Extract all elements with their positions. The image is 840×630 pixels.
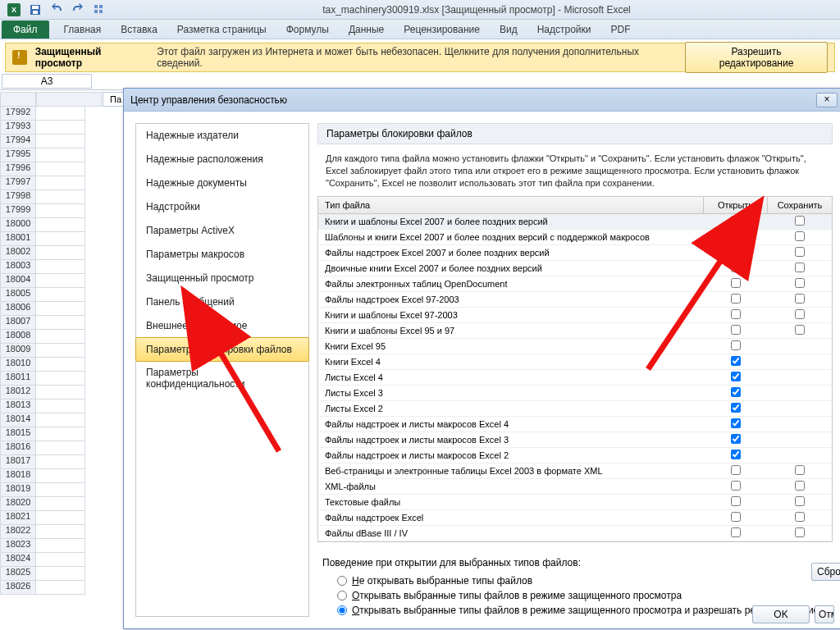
table-row[interactable]: Книги и шаблоны Excel 2007 и более поздн… (318, 214, 832, 230)
row-header[interactable]: 18001 (0, 232, 36, 246)
ok-button[interactable]: OK (752, 605, 810, 623)
cell[interactable] (36, 372, 85, 386)
open-checkbox[interactable] (731, 262, 741, 272)
nav-item[interactable]: Внешнее содержимое (136, 314, 308, 338)
cell[interactable] (36, 567, 85, 581)
tab-addins[interactable]: Надстройки (527, 21, 601, 39)
cell[interactable] (36, 483, 85, 497)
row-header[interactable]: 18002 (0, 246, 36, 260)
row-header[interactable]: 17999 (0, 204, 36, 218)
tab-view[interactable]: Вид (490, 21, 527, 39)
cell[interactable] (36, 274, 85, 288)
table-row[interactable]: Файлы надстроек и листы макросов Excel 2 (318, 448, 832, 463)
cell[interactable] (36, 427, 85, 441)
row-header[interactable]: 17994 (0, 135, 36, 148)
cell[interactable] (36, 246, 85, 260)
save-checkbox[interactable] (795, 481, 805, 491)
row-header[interactable]: 18015 (0, 427, 36, 441)
col-open[interactable]: Открыть (704, 197, 768, 213)
table-row[interactable]: Двоичные книги Excel 2007 и более поздни… (318, 261, 832, 276)
cell[interactable] (36, 469, 85, 483)
cell[interactable] (36, 441, 85, 455)
behavior-option[interactable]: Не открывать выбранные типы файлов (322, 573, 828, 588)
table-row[interactable]: Листы Excel 3 (318, 386, 832, 401)
select-all-corner[interactable] (0, 92, 36, 107)
open-checkbox[interactable] (731, 481, 741, 491)
cell[interactable] (36, 553, 85, 567)
enable-editing-button[interactable]: Разрешить редактирование (685, 42, 828, 73)
undo-icon[interactable] (48, 2, 66, 18)
tab-home[interactable]: Главная (54, 21, 112, 39)
open-checkbox[interactable] (731, 527, 741, 537)
open-checkbox[interactable] (731, 216, 741, 226)
table-row[interactable]: Книги Excel 95 (318, 339, 832, 354)
open-checkbox[interactable] (731, 465, 741, 475)
row-header[interactable]: 18005 (0, 288, 36, 302)
nav-item[interactable]: Параметры конфиденциальности (136, 361, 308, 396)
cell[interactable] (36, 358, 85, 372)
tab-review[interactable]: Рецензирование (394, 21, 490, 39)
open-checkbox[interactable] (731, 231, 741, 241)
row-header[interactable]: 18014 (0, 413, 36, 427)
cell[interactable] (36, 162, 85, 176)
row-header[interactable]: 18013 (0, 399, 36, 413)
col-save[interactable]: Сохранить (768, 197, 832, 213)
cell[interactable] (36, 344, 85, 358)
restore-defaults-button[interactable]: Сбросить (811, 563, 840, 581)
cell[interactable] (36, 455, 85, 469)
open-checkbox[interactable] (731, 294, 741, 304)
table-row[interactable]: Файлы надстроек Excel (318, 510, 832, 526)
row-header[interactable]: 18024 (0, 553, 36, 567)
open-checkbox[interactable] (731, 325, 741, 335)
cell[interactable] (36, 107, 85, 121)
qat-more-icon[interactable] (90, 2, 108, 18)
nav-item[interactable]: Параметры блокировки файлов (135, 337, 309, 362)
table-row[interactable]: Шаблоны и книги Excel 2007 и более поздн… (318, 230, 832, 245)
open-checkbox[interactable] (731, 340, 741, 350)
nav-item[interactable]: Надежные издатели (136, 124, 308, 148)
nav-item[interactable]: Защищенный просмотр (136, 267, 308, 290)
cell[interactable] (36, 511, 85, 525)
nav-item[interactable]: Параметры макросов (136, 243, 308, 267)
nav-item[interactable]: Надежные расположения (136, 148, 308, 171)
cancel-button[interactable]: Отмена (815, 605, 834, 623)
open-checkbox[interactable] (731, 418, 741, 428)
table-row[interactable]: XML-файлы (318, 479, 832, 495)
open-checkbox[interactable] (731, 356, 741, 366)
open-checkbox[interactable] (731, 434, 741, 444)
cell[interactable] (36, 190, 85, 204)
row-header[interactable]: 18017 (0, 455, 36, 469)
row-header[interactable]: 18026 (0, 581, 36, 595)
save-checkbox[interactable] (795, 512, 805, 522)
tab-file[interactable]: Файл (2, 21, 49, 39)
cell[interactable] (36, 302, 85, 316)
table-row[interactable]: Книги Excel 4 (318, 354, 832, 370)
cell[interactable] (36, 399, 85, 413)
row-header[interactable]: 18012 (0, 386, 36, 399)
row-header[interactable]: 17993 (0, 121, 36, 135)
save-checkbox[interactable] (795, 496, 805, 506)
table-row[interactable]: Текстовые файлы (318, 495, 832, 510)
save-checkbox[interactable] (795, 325, 805, 335)
row-header[interactable]: 18025 (0, 567, 36, 581)
nav-item[interactable]: Надстройки (136, 195, 308, 219)
row-header[interactable]: 17998 (0, 190, 36, 204)
behavior-option[interactable]: Открывать выбранные типы файлов в режиме… (322, 588, 828, 603)
row-header[interactable]: 18008 (0, 330, 36, 344)
row-header[interactable]: 18011 (0, 372, 36, 386)
save-checkbox[interactable] (795, 231, 805, 241)
behavior-radio[interactable] (337, 605, 347, 615)
table-row[interactable]: Веб-страницы и электронные таблицы Excel… (318, 463, 832, 479)
cell[interactable] (36, 386, 85, 399)
cell[interactable] (36, 330, 85, 344)
name-box[interactable] (2, 74, 92, 89)
row-header[interactable]: 18009 (0, 344, 36, 358)
cell[interactable] (36, 497, 85, 511)
row-header[interactable]: 18019 (0, 483, 36, 497)
cell[interactable] (36, 148, 85, 162)
row-header[interactable]: 18010 (0, 358, 36, 372)
cell[interactable] (36, 135, 85, 148)
table-row[interactable]: Файлы надстроек и листы макросов Excel 3 (318, 432, 832, 448)
cell[interactable] (36, 204, 85, 218)
open-checkbox[interactable] (731, 450, 741, 459)
